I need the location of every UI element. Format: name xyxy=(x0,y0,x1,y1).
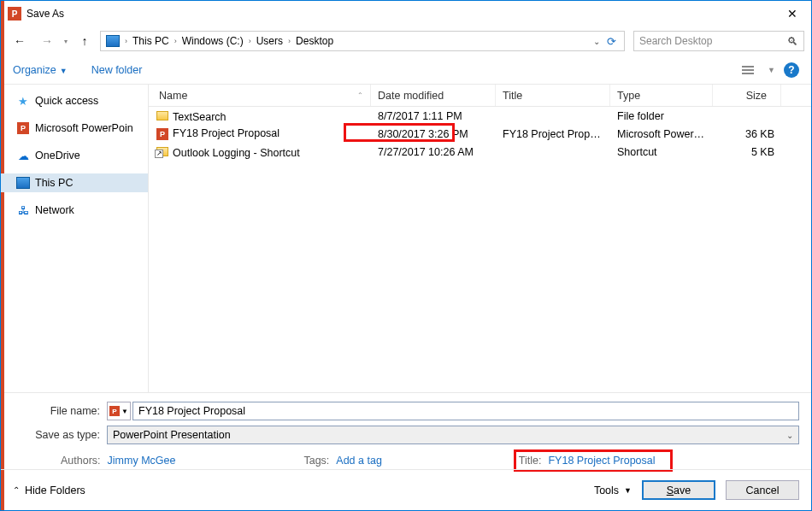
column-title[interactable]: Title xyxy=(496,85,610,106)
annotation-highlight xyxy=(344,123,455,142)
organize-menu[interactable]: Organize▼ xyxy=(13,64,68,76)
cancel-button[interactable]: Cancel xyxy=(726,480,799,500)
navigation-pane: ★ Quick access P Microsoft PowerPoin ☁ O… xyxy=(1,85,148,392)
file-row[interactable]: Outlook Logging - Shortcut 7/27/2017 10:… xyxy=(149,143,811,161)
folder-icon xyxy=(156,109,169,122)
forward-button: → xyxy=(35,31,59,51)
up-button[interactable]: ↑ xyxy=(73,31,97,51)
powerpoint-icon: P xyxy=(16,121,30,135)
crumb-this-pc[interactable]: This PC xyxy=(129,35,173,47)
window-title: Save As xyxy=(26,8,773,20)
save-as-type-label: Save as type: xyxy=(13,429,107,441)
save-as-type-dropdown[interactable]: PowerPoint Presentation⌄ xyxy=(107,426,799,444)
chevron-right-icon[interactable]: › xyxy=(123,37,129,45)
address-dropdown[interactable]: ⌄ xyxy=(593,37,600,46)
hide-folders-button[interactable]: ⌃ Hide Folders xyxy=(13,485,85,496)
back-button[interactable]: ← xyxy=(8,31,32,51)
chevron-up-icon: ⌃ xyxy=(13,485,20,495)
sidebar-item-onedrive[interactable]: ☁ OneDrive xyxy=(1,146,148,165)
sidebar-item-network[interactable]: 🖧 Network xyxy=(1,201,148,220)
shortcut-icon xyxy=(156,144,169,158)
chevron-right-icon[interactable]: › xyxy=(247,37,253,45)
file-name-label: File name: xyxy=(13,405,107,417)
search-input[interactable]: Search Desktop 🔍︎ xyxy=(633,31,804,51)
file-row[interactable]: PFY18 Project Proposal 8/30/2017 3:26 PM… xyxy=(149,125,811,143)
file-row[interactable]: TextSearch 8/7/2017 1:11 PM File folder xyxy=(149,107,811,125)
new-folder-button[interactable]: New folder xyxy=(91,64,143,76)
view-dropdown-icon[interactable]: ▼ xyxy=(768,66,775,74)
sidebar-item-powerpoint[interactable]: P Microsoft PowerPoin xyxy=(1,119,148,138)
refresh-button[interactable]: ⟳ xyxy=(603,33,619,49)
crumb-drive[interactable]: Windows (C:) xyxy=(179,35,247,47)
column-name[interactable]: Name⌃ xyxy=(149,85,371,106)
view-options-button[interactable] xyxy=(742,62,759,78)
powerpoint-app-icon: P xyxy=(8,7,21,21)
sidebar-item-quick-access[interactable]: ★ Quick access xyxy=(1,91,148,110)
tags-value[interactable]: Add a tag xyxy=(336,455,382,467)
close-button[interactable]: ✕ xyxy=(773,1,811,26)
chevron-right-icon[interactable]: › xyxy=(173,37,179,45)
pc-icon xyxy=(106,35,120,47)
address-bar[interactable]: › This PC › Windows (C:) › Users › Deskt… xyxy=(100,31,625,51)
network-icon: 🖧 xyxy=(16,203,30,217)
onedrive-icon: ☁ xyxy=(16,149,30,162)
column-type[interactable]: Type xyxy=(610,85,713,106)
column-size[interactable]: Size xyxy=(713,85,781,106)
help-button[interactable]: ? xyxy=(784,62,799,78)
history-dropdown[interactable]: ▾ xyxy=(64,38,68,45)
tags-label: Tags: xyxy=(303,455,329,467)
crumb-users[interactable]: Users xyxy=(253,35,286,47)
chevron-right-icon[interactable]: › xyxy=(286,37,292,45)
search-placeholder: Search Desktop xyxy=(639,35,712,47)
tools-menu[interactable]: Tools▼ xyxy=(594,485,632,496)
authors-label: Authors: xyxy=(61,455,101,467)
column-date[interactable]: Date modified xyxy=(371,85,496,106)
file-list: Name⌃ Date modified Title Type Size Text… xyxy=(148,85,811,392)
search-icon: 🔍︎ xyxy=(787,35,798,48)
authors-value[interactable]: Jimmy McGee xyxy=(108,455,176,467)
sidebar-item-this-pc[interactable]: This PC xyxy=(1,173,148,192)
save-button[interactable]: Save xyxy=(642,480,715,500)
powerpoint-icon: P xyxy=(156,127,169,141)
crumb-desktop[interactable]: Desktop xyxy=(292,35,337,47)
file-type-icon-picker[interactable]: P▼ xyxy=(107,402,131,420)
file-name-input[interactable] xyxy=(132,402,799,420)
star-icon: ★ xyxy=(16,94,30,108)
pc-icon xyxy=(16,176,30,190)
